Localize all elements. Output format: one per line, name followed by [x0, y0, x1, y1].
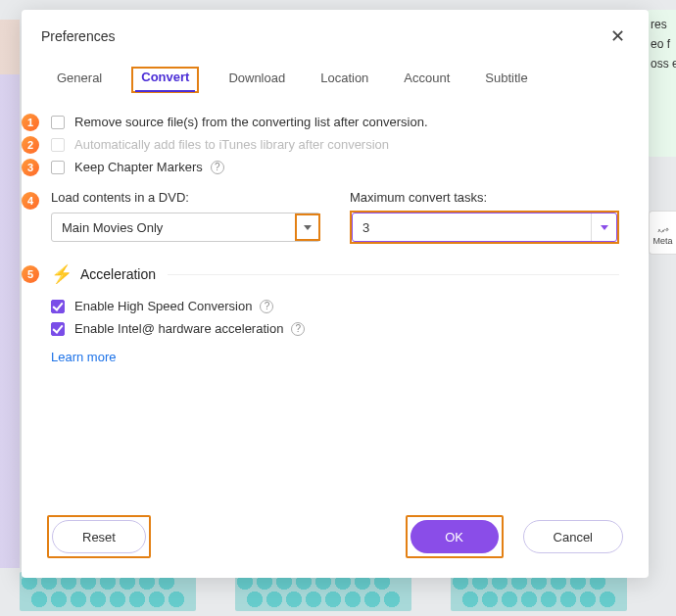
auto-itunes-label: Automatically add files to iTunes librar…	[74, 137, 389, 152]
svg-point-2	[666, 227, 668, 229]
dvd-load-value: Main Movies Only	[62, 220, 163, 235]
annotation-badge-2: 2	[22, 136, 39, 154]
tab-account[interactable]: Account	[398, 67, 456, 93]
preferences-dialog: Preferences ✕ General Convert Download L…	[22, 10, 649, 578]
tab-location[interactable]: Location	[314, 67, 374, 93]
keep-chapters-checkbox[interactable]	[51, 161, 65, 174]
thumb	[235, 572, 411, 611]
annotation-highlight: 3	[350, 211, 619, 244]
high-speed-label: Enable High Speed Conversion	[74, 299, 252, 313]
intel-accel-label: Enable Intel@ hardware acceleration	[74, 321, 283, 336]
bolt-icon: ⚡	[51, 263, 72, 285]
intel-accel-checkbox[interactable]	[51, 322, 65, 336]
help-icon[interactable]: ?	[211, 161, 224, 174]
metadata-label: Meta	[652, 236, 672, 246]
tab-general[interactable]: General	[51, 67, 108, 93]
auto-itunes-checkbox	[51, 138, 65, 152]
annotation-badge-1: 1	[22, 114, 39, 131]
annotation-highlight: Convert	[131, 67, 199, 93]
metadata-button[interactable]: Meta	[649, 211, 676, 255]
tab-download[interactable]: Download	[222, 67, 291, 93]
annotation-badge-4: 4	[22, 192, 39, 210]
help-icon[interactable]: ?	[260, 300, 273, 313]
close-icon[interactable]: ✕	[604, 24, 631, 49]
ok-button[interactable]: OK	[410, 520, 499, 553]
max-tasks-value: 3	[362, 220, 369, 235]
tab-subtitle[interactable]: Subtitle	[479, 67, 533, 93]
cancel-button[interactable]: Cancel	[523, 520, 623, 553]
keep-chapters-label: Keep Chapter Markers	[74, 160, 203, 174]
svg-point-0	[658, 229, 660, 231]
left-accent-strip	[0, 20, 20, 568]
annotation-badge-3: 3	[22, 159, 39, 176]
metadata-icon	[655, 220, 671, 236]
remove-source-label: Remove source file(s) from the convertin…	[74, 115, 428, 129]
learn-more-link[interactable]: Learn more	[51, 350, 116, 364]
svg-point-1	[662, 229, 664, 231]
thumb	[20, 572, 196, 611]
help-icon[interactable]: ?	[291, 322, 305, 336]
right-panel-sliver: res eo f oss e	[647, 10, 676, 157]
max-tasks-select[interactable]: 3	[352, 213, 617, 242]
remove-source-checkbox[interactable]	[51, 116, 65, 129]
dvd-load-select[interactable]: Main Movies Only	[51, 213, 320, 242]
max-tasks-label: Maximum convert tasks:	[350, 190, 619, 205]
reset-button[interactable]: Reset	[52, 520, 146, 553]
tabs-bar: General Convert Download Location Accoun…	[22, 55, 649, 93]
dialog-title: Preferences	[41, 28, 115, 44]
tab-convert[interactable]: Convert	[135, 66, 195, 92]
chevron-down-icon[interactable]	[591, 213, 616, 241]
acceleration-title: Acceleration	[80, 266, 156, 282]
dvd-load-label: Load contents in a DVD:	[51, 190, 189, 205]
divider	[168, 274, 619, 275]
thumb	[451, 572, 627, 611]
high-speed-checkbox[interactable]	[51, 300, 65, 313]
annotation-badge-5: 5	[22, 265, 39, 283]
background-thumbnails	[20, 572, 627, 611]
chevron-down-icon[interactable]	[295, 213, 320, 241]
annotation-highlight: OK	[406, 515, 504, 558]
annotation-highlight: Reset	[47, 515, 151, 558]
